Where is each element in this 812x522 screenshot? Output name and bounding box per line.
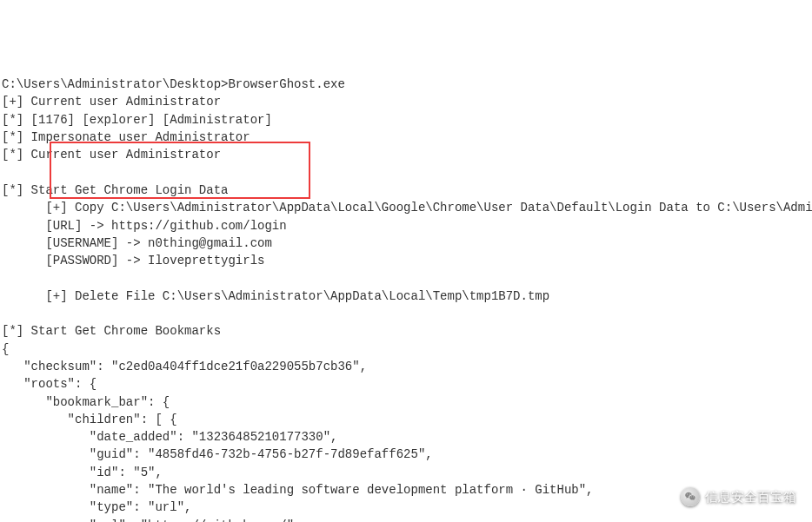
watermark-text: 信息安全百宝箱: [705, 487, 796, 506]
terminal-line: [+] Copy C:\Users\Administrator\AppData\…: [2, 199, 810, 216]
watermark: 信息安全百宝箱: [681, 487, 796, 506]
terminal-line: "children": [ {: [2, 411, 810, 428]
terminal-line: "url": "https://github.com/": [2, 517, 810, 522]
wechat-icon: [681, 487, 700, 506]
terminal-line: {: [2, 340, 810, 358]
terminal-line: "guid": "4858fd46-732b-4756-b27f-7d89efa…: [2, 446, 810, 463]
terminal-line: [URL] -> https://github.com/login: [2, 217, 810, 235]
terminal-line: "roots": {: [2, 375, 810, 393]
terminal-line: [PASSWORD] -> Iloveprettygirls: [2, 252, 810, 269]
terminal-line: "date_added": "13236485210177330",: [2, 428, 810, 446]
terminal-line: [+] Delete File C:\Users\Administrator\A…: [2, 287, 810, 305]
terminal-line: "id": "5",: [2, 464, 810, 481]
terminal-line: [*] Start Get Chrome Bookmarks: [2, 322, 810, 340]
terminal-line: [*] Current user Administrator: [2, 146, 810, 163]
terminal-line: "bookmark_bar": {: [2, 393, 810, 411]
terminal-line: [*] Start Get Chrome Login Data: [2, 182, 810, 199]
terminal-line: [2, 305, 810, 322]
terminal-output: C:\Users\Administrator\Desktop>BrowserGh…: [2, 76, 810, 522]
terminal-line: [USERNAME] -> n0thing@gmail.com: [2, 235, 810, 252]
terminal-line: C:\Users\Administrator\Desktop>BrowserGh…: [2, 76, 810, 93]
terminal-line: "checksum": "c2ed0a404ff1dce21f0a229055b…: [2, 358, 810, 375]
terminal-line: [*] [1176] [explorer] [Administrator]: [2, 111, 810, 129]
terminal-line: [*] Impersonate user Administrator: [2, 129, 810, 146]
terminal-line: [+] Current user Administrator: [2, 93, 810, 110]
terminal-line: [2, 164, 810, 182]
terminal-line: [2, 269, 810, 287]
